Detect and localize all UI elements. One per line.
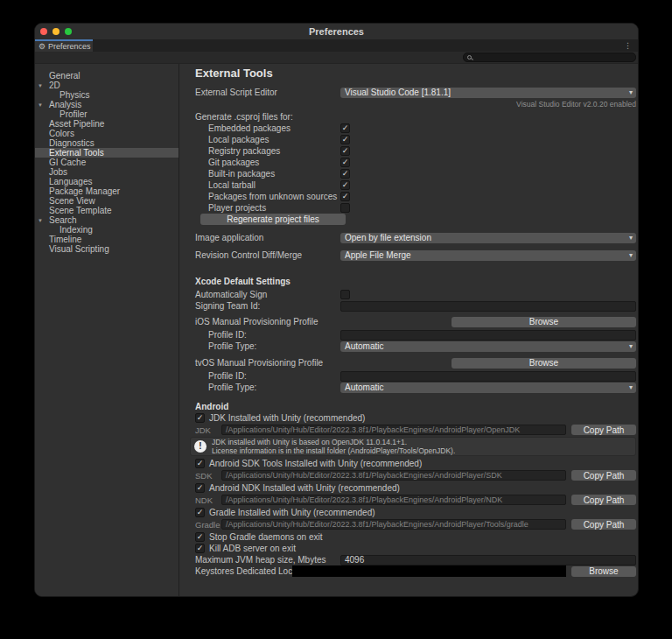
search-input[interactable] — [463, 53, 636, 62]
gradle-check-label: Gradle Installed with Unity (recommended… — [209, 508, 375, 517]
revision-control-dropdown[interactable]: Apple File Merge ▾ — [340, 250, 636, 261]
sidebar-item-jobs[interactable]: Jobs — [35, 167, 178, 177]
keystores-browse-button[interactable]: Browse — [571, 566, 636, 577]
sidebar-item-gi-cache[interactable]: GI Cache — [35, 158, 178, 167]
gradle-checkbox[interactable]: ✓ — [195, 508, 205, 517]
signing-team-row: Signing Team Id: — [195, 300, 636, 312]
sidebar-item-label: Search — [49, 215, 77, 225]
ndk-path-field[interactable]: /Applications/Unity/Hub/Editor/2022.3.8f… — [221, 495, 566, 505]
sidebar-item-general[interactable]: General — [35, 71, 178, 81]
kebab-menu-icon[interactable]: ⋮ — [624, 41, 632, 50]
sidebar-item-label: Jobs — [49, 167, 67, 177]
sidebar-item-indexing[interactable]: Indexing — [35, 225, 178, 235]
script-editor-dropdown[interactable]: Visual Studio Code [1.81.1] ▾ — [340, 88, 636, 98]
sdk-path-field[interactable]: /Applications/Unity/Hub/Editor/2022.3.8f… — [221, 470, 566, 481]
jdk-copy-path-button[interactable]: Copy Path — [571, 425, 636, 435]
sidebar-item-external-tools[interactable]: External Tools — [35, 148, 178, 158]
csproj-row: Local packages✓ — [195, 134, 636, 145]
minimize-button[interactable] — [52, 28, 60, 35]
sidebar-item-label: Analysis — [49, 100, 81, 109]
stop-gradle-row: ✓ Stop Gradle daemons on exit — [195, 531, 636, 543]
xcode-settings-header: Xcode Default Settings — [195, 277, 290, 286]
android-header: Android — [195, 402, 228, 411]
image-application-label: Image application — [195, 233, 340, 242]
csproj-row: Built-in packages✓ — [195, 168, 636, 179]
csproj-checkbox-player-projects[interactable] — [340, 203, 350, 213]
sidebar-item-diagnostics[interactable]: Diagnostics — [35, 138, 178, 148]
sidebar-item-scene-view[interactable]: Scene View — [35, 196, 178, 206]
gradle-path-field[interactable]: /Applications/Unity/Hub/Editor/2022.3.8f… — [221, 519, 566, 530]
keystores-input[interactable] — [292, 565, 566, 577]
stop-gradle-checkbox[interactable]: ✓ — [195, 532, 205, 542]
csproj-checkbox-local-tarball[interactable]: ✓ — [340, 180, 350, 190]
window-title: Preferences — [309, 26, 364, 37]
close-button[interactable] — [40, 28, 47, 35]
sidebar-item-colors[interactable]: Colors — [35, 129, 178, 138]
zoom-button[interactable] — [65, 28, 72, 35]
ios-profile-type-dropdown[interactable]: Automatic ▾ — [340, 341, 636, 352]
csproj-checkbox-embedded-packages[interactable]: ✓ — [340, 123, 350, 133]
ios-profile-type-row: Profile Type: Automatic ▾ — [195, 341, 636, 352]
sdk-path-row: SDK /Applications/Unity/Hub/Editor/2022.… — [195, 470, 636, 481]
ios-profile-type-label: Profile Type: — [195, 341, 340, 351]
sdk-checkbox[interactable]: ✓ — [195, 459, 205, 468]
csproj-checkbox-git-packages[interactable]: ✓ — [340, 158, 350, 167]
sidebar-item-visual-scripting[interactable]: Visual Scripting — [35, 244, 178, 254]
tvos-profile-type-dropdown[interactable]: Automatic ▾ — [340, 383, 636, 393]
sidebar-item-timeline[interactable]: Timeline — [35, 235, 178, 244]
csproj-checkbox-built-in-packages[interactable]: ✓ — [340, 169, 350, 179]
tvos-browse-button[interactable]: Browse — [452, 358, 636, 369]
tvos-profile-type-label: Profile Type: — [195, 383, 340, 392]
jdk-info-box: ! JDK installed with Unity is based on O… — [190, 437, 636, 456]
tab-label: Preferences — [48, 42, 91, 51]
regenerate-project-files-button[interactable]: Regenerate project files — [200, 214, 346, 225]
sidebar-item-physics[interactable]: Physics — [35, 90, 178, 100]
sidebar-item-analysis[interactable]: ▼Analysis — [35, 100, 178, 109]
ios-profile-id-row: Profile ID: — [195, 329, 636, 341]
gradle-copy-path-button[interactable]: Copy Path — [571, 519, 636, 530]
tvos-profile-id-label: Profile ID: — [195, 371, 340, 381]
sidebar-item-package-manager[interactable]: Package Manager — [35, 186, 178, 196]
csproj-label: Git packages — [195, 158, 340, 167]
image-application-dropdown[interactable]: Open by file extension ▾ — [340, 233, 636, 243]
auto-sign-label: Automatically Sign — [195, 290, 340, 299]
sidebar-item-2d[interactable]: ▼2D — [35, 81, 178, 90]
stop-gradle-label: Stop Gradle daemons on exit — [209, 532, 323, 542]
sidebar-item-label: Asset Pipeline — [49, 119, 104, 129]
sidebar-item-search[interactable]: ▼Search — [35, 215, 178, 225]
csproj-row: Registry packages✓ — [195, 145, 636, 157]
sidebar-item-languages[interactable]: Languages — [35, 177, 178, 186]
ios-profile-id-input[interactable] — [340, 330, 636, 341]
sidebar-item-profiler[interactable]: Profiler — [35, 109, 178, 119]
traffic-lights — [40, 28, 72, 35]
ndk-checkbox[interactable]: ✓ — [195, 483, 205, 493]
jvm-heap-input[interactable]: 4096 — [340, 555, 636, 565]
chevron-down-icon: ▾ — [629, 383, 633, 391]
auto-sign-checkbox[interactable] — [340, 290, 350, 299]
jdk-path-field[interactable]: /Applications/Unity/Hub/Editor/2022.3.8f… — [221, 425, 566, 435]
sidebar-item-asset-pipeline[interactable]: Asset Pipeline — [35, 119, 178, 129]
sidebar-item-scene-template[interactable]: Scene Template — [35, 206, 178, 215]
revision-control-row: Revision Control Diff/Merge Apple File M… — [195, 249, 636, 261]
jdk-info-line2: License information is in the install fo… — [212, 446, 455, 455]
ndk-copy-path-button[interactable]: Copy Path — [571, 495, 636, 505]
csproj-checkbox-registry-packages[interactable]: ✓ — [340, 146, 350, 156]
csproj-label: Embedded packages — [195, 123, 340, 133]
sdk-copy-path-button[interactable]: Copy Path — [571, 470, 636, 481]
tab-preferences[interactable]: ⚙ Preferences — [35, 39, 93, 52]
ndk-check-row: ✓ Android NDK Installed with Unity (reco… — [195, 482, 636, 494]
ios-browse-button[interactable]: Browse — [452, 317, 636, 327]
keystores-row: Keystores Dedicated Location Browse — [195, 565, 636, 577]
signing-team-input[interactable] — [340, 301, 636, 312]
sidebar-item-label: GI Cache — [49, 158, 86, 167]
auto-sign-row: Automatically Sign — [195, 289, 636, 300]
jdk-checkbox[interactable]: ✓ — [195, 413, 205, 423]
title-bar[interactable]: Preferences — [35, 24, 638, 39]
kill-adb-checkbox[interactable]: ✓ — [195, 544, 205, 553]
csproj-row: Player projects — [195, 202, 636, 214]
tvos-profile-id-input[interactable] — [340, 371, 636, 382]
sdk-field-label: SDK — [195, 471, 221, 481]
csproj-checkbox-local-packages[interactable]: ✓ — [340, 135, 350, 144]
image-application-value: Open by file extension — [345, 233, 431, 242]
csproj-checkbox-packages-from-unknown-sources[interactable]: ✓ — [340, 192, 350, 201]
